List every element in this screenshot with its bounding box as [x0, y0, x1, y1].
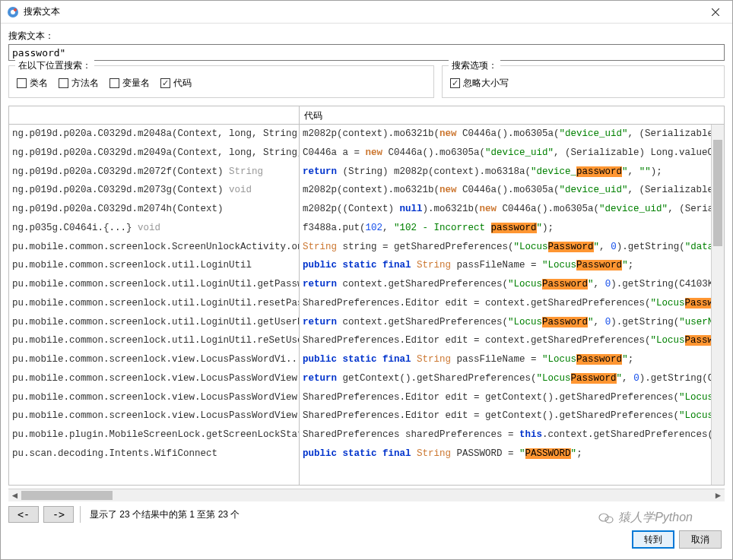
list-item[interactable]: ng.p019d.p020a.C0329d.m2049a(Context, lo…: [9, 144, 299, 163]
code-snippets-list[interactable]: m2082p(context).mo6321b(new C0446a().mo6…: [300, 125, 711, 485]
scroll-left-icon[interactable]: ◄: [8, 489, 21, 502]
code-row[interactable]: return context.getSharedPreferences("Loc…: [300, 275, 711, 294]
results-right-column: 代码 m2082p(context).mo6321b(new C0446a().…: [300, 106, 724, 485]
code-row[interactable]: SharedPreferences.Editor edit = context.…: [300, 331, 711, 350]
vertical-scrollbar[interactable]: [711, 125, 724, 485]
code-row[interactable]: return context.getSharedPreferences("Loc…: [300, 313, 711, 332]
list-item[interactable]: ng.p035g.C0464i.{...} void: [9, 219, 299, 238]
list-item[interactable]: pu.mobile.common.screenlock.util.LoginUt…: [9, 275, 299, 294]
code-row[interactable]: return getContext().getSharedPreferences…: [300, 369, 711, 388]
code-row[interactable]: SharedPreferences.Editor edit = context.…: [300, 294, 711, 313]
scroll-thumb[interactable]: [713, 140, 722, 246]
cancel-button[interactable]: 取消: [679, 530, 722, 549]
svg-point-2: [14, 8, 17, 11]
hscroll-thumb[interactable]: [21, 491, 113, 500]
checkbox-method[interactable]: 方法名: [59, 77, 99, 90]
code-row[interactable]: public static final String PASSWORD = "P…: [300, 445, 711, 464]
code-row[interactable]: m2082p((Context) null).mo6321b(new C0446…: [300, 200, 711, 219]
list-item[interactable]: pu.mobile.common.screenlock.ScreenUnlock…: [9, 238, 299, 257]
results-panel: ng.p019d.p020a.C0329d.m2048a(Context, lo…: [8, 106, 725, 486]
search-locations-group: 在以下位置搜索： 类名 方法名 变量名 代码: [8, 65, 434, 98]
code-row[interactable]: public static final String passFileName …: [300, 350, 711, 369]
checkbox-code[interactable]: 代码: [160, 77, 192, 90]
options-legend: 搜索选项：: [449, 59, 500, 72]
nav-back-button[interactable]: <-: [8, 506, 39, 523]
list-item[interactable]: pu.mobile.common.screenlock.view.LocusPa…: [9, 350, 299, 369]
search-label: 搜索文本：: [8, 30, 725, 43]
app-icon: [7, 6, 19, 18]
list-item[interactable]: ng.p019d.p020a.C0329d.m2074h(Context): [9, 200, 299, 219]
result-count-status: 显示了 23 个结果中的第 1 至第 23 个: [90, 508, 240, 521]
checkbox-class[interactable]: 类名: [17, 77, 48, 90]
code-row[interactable]: SharedPreferences.Editor edit = getConte…: [300, 388, 711, 407]
separator: [80, 506, 81, 523]
code-row[interactable]: return (String) m2082p(context).mo6318a(…: [300, 163, 711, 182]
horizontal-scrollbar[interactable]: ◄ ►: [8, 489, 725, 501]
list-item[interactable]: pu.mobile.common.screenlock.view.LocusPa…: [9, 388, 299, 407]
list-item[interactable]: pu.mobile.common.screenlock.util.LoginUt…: [9, 256, 299, 275]
code-row[interactable]: f3488a.put(102, "102 - Incorrect passwor…: [300, 219, 711, 238]
list-item[interactable]: pu.mobile.common.screenlock.util.LoginUt…: [9, 294, 299, 313]
list-item[interactable]: ng.p019d.p020a.C0329d.m2048a(Context, lo…: [9, 125, 299, 144]
checkbox-variable[interactable]: 变量名: [109, 77, 150, 90]
code-header: 代码: [300, 106, 724, 125]
list-item[interactable]: pu.mobile.common.screenlock.util.LoginUt…: [9, 313, 299, 332]
locations-legend: 在以下位置搜索：: [15, 59, 94, 72]
list-item[interactable]: pu.mobile.common.screenlock.view.LocusPa…: [9, 407, 299, 426]
close-button[interactable]: [698, 1, 732, 24]
search-options-group: 搜索选项： 忽略大小写: [442, 65, 725, 98]
list-item[interactable]: pu.mobile.common.screenlock.util.LoginUt…: [9, 331, 299, 350]
nav-forward-button[interactable]: ->: [43, 506, 74, 523]
titlebar: 搜索文本: [1, 1, 732, 24]
search-input[interactable]: [8, 44, 725, 61]
code-row[interactable]: public static final String passFileName …: [300, 256, 711, 275]
list-item[interactable]: pu.mobile.plugin.MobileScreenLock.getScr…: [9, 426, 299, 445]
go-button[interactable]: 转到: [632, 530, 674, 549]
list-item[interactable]: pu.scan.decoding.Intents.WifiConnect: [9, 445, 299, 464]
code-row[interactable]: C0446a a = new C0446a().mo6305a("device_…: [300, 144, 711, 163]
list-item[interactable]: ng.p019d.p020a.C0329d.m2072f(Context) St…: [9, 163, 299, 182]
code-row[interactable]: String string = getSharedPreferences("Lo…: [300, 238, 711, 257]
code-row[interactable]: m2082p(context).mo6321b(new C0446a().mo6…: [300, 181, 711, 200]
code-row[interactable]: SharedPreferences sharedPreferences = th…: [300, 426, 711, 445]
list-item[interactable]: pu.mobile.common.screenlock.view.LocusPa…: [9, 369, 299, 388]
checkbox-ignorecase[interactable]: 忽略大小写: [450, 77, 509, 90]
left-header: [9, 106, 299, 125]
window-title: 搜索文本: [24, 5, 698, 18]
results-left-column: ng.p019d.p020a.C0329d.m2048a(Context, lo…: [9, 106, 300, 485]
code-row[interactable]: m2082p(context).mo6321b(new C0446a().mo6…: [300, 125, 711, 144]
list-item[interactable]: ng.p019d.p020a.C0329d.m2073g(Context) vo…: [9, 181, 299, 200]
result-locations-list[interactable]: ng.p019d.p020a.C0329d.m2048a(Context, lo…: [9, 125, 299, 485]
scroll-right-icon[interactable]: ►: [712, 489, 725, 502]
code-row[interactable]: SharedPreferences.Editor edit = getConte…: [300, 407, 711, 426]
